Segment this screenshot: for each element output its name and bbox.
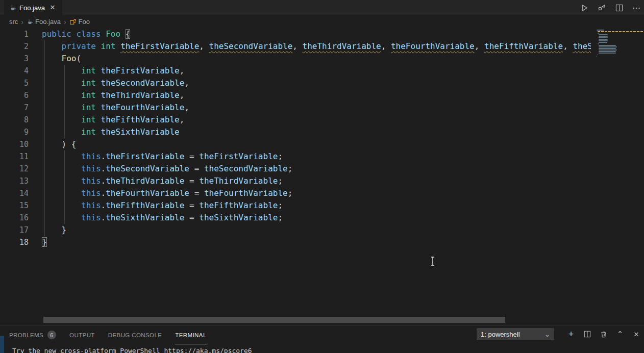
panel-tab-problems[interactable]: PROBLEMS 6 bbox=[9, 326, 56, 344]
code-token bbox=[96, 90, 101, 100]
code-token bbox=[96, 78, 101, 88]
code-token: Foo bbox=[106, 29, 120, 39]
indent-guide bbox=[44, 126, 45, 138]
window-edge-decoration bbox=[0, 336, 4, 353]
code-editor[interactable]: 123456789101112131415161718 public class… bbox=[0, 28, 644, 325]
minimap-line bbox=[598, 43, 599, 44]
code-token: , bbox=[563, 41, 573, 51]
code-line[interactable]: private int theFirstVariable, theSecondV… bbox=[42, 40, 591, 53]
code-token bbox=[42, 66, 81, 75]
code-line[interactable]: this.theFirstVariable = theFirstVariable… bbox=[42, 150, 283, 163]
indent-guide bbox=[44, 65, 45, 77]
indent-guide bbox=[64, 114, 65, 126]
code-token: theFourthVariable bbox=[204, 188, 288, 198]
code-token: ; bbox=[278, 176, 283, 186]
code-token bbox=[42, 115, 81, 124]
line-number: 18 bbox=[2, 236, 29, 248]
tab-foo-java[interactable]: Foo.java ✕ bbox=[4, 0, 62, 15]
terminal-shell-dropdown[interactable]: 1: powershell ⌄ bbox=[477, 328, 554, 340]
code-token: , bbox=[184, 78, 189, 88]
code-token: theSecondVariable bbox=[209, 41, 293, 51]
code-token: , bbox=[292, 41, 302, 51]
kill-terminal-button[interactable] bbox=[597, 327, 610, 341]
close-panel-button[interactable]: ✕ bbox=[630, 327, 643, 341]
code-line[interactable]: int theFifthVariable, bbox=[42, 114, 184, 126]
code-token: theFourthVariable bbox=[106, 188, 189, 198]
split-terminal-icon bbox=[584, 331, 591, 338]
breadcrumb-item-foo-class[interactable]: Foo bbox=[69, 18, 90, 26]
code-token: theFifthVariable bbox=[199, 200, 278, 210]
split-editor-button[interactable] bbox=[612, 1, 626, 14]
line-number: 5 bbox=[2, 77, 29, 89]
indent-guide bbox=[44, 77, 45, 89]
tab-label: Foo.java bbox=[19, 4, 45, 12]
editor-tab-bar: Foo.java ✕ bbox=[0, 0, 644, 15]
code-line[interactable]: this.theSixthVariable = theSixthVariable… bbox=[42, 212, 283, 224]
indent-guide bbox=[64, 212, 65, 224]
indent-guide bbox=[64, 65, 65, 77]
code-line[interactable]: int theFourthVariable, bbox=[42, 102, 189, 114]
code-line[interactable]: int theThirdVariable, bbox=[42, 89, 184, 102]
code-line[interactable]: ) { bbox=[42, 138, 76, 150]
code-token: int bbox=[81, 115, 96, 124]
code-line[interactable]: this.theFourthVariable = theFourthVariab… bbox=[42, 187, 292, 199]
breadcrumb-item-foo-java[interactable]: Foo.java bbox=[27, 18, 61, 26]
code-token bbox=[96, 115, 101, 124]
indent-guide bbox=[64, 126, 65, 138]
code-token: , bbox=[381, 41, 391, 51]
code-token: theThirdVariable bbox=[101, 90, 180, 100]
code-content[interactable]: public class Foo { private int theFirstV… bbox=[42, 28, 591, 253]
code-line[interactable]: public class Foo { bbox=[42, 28, 130, 40]
maximize-panel-button[interactable]: ⌃ bbox=[613, 327, 627, 341]
code-token bbox=[42, 164, 81, 173]
breadcrumb-item-src[interactable]: src bbox=[9, 18, 18, 26]
line-number: 14 bbox=[2, 187, 29, 199]
debug-button[interactable] bbox=[595, 1, 608, 14]
code-token: } bbox=[42, 225, 66, 235]
indent-guide bbox=[44, 187, 45, 199]
code-token: { bbox=[126, 29, 131, 39]
code-token: = bbox=[189, 188, 204, 198]
tab-close-icon[interactable]: ✕ bbox=[48, 3, 57, 12]
minimap-line bbox=[597, 56, 597, 57]
code-token: theSixthVariable bbox=[106, 213, 184, 222]
code-line[interactable]: } bbox=[42, 236, 47, 248]
code-token: = bbox=[184, 200, 199, 210]
code-token: , bbox=[180, 66, 185, 75]
code-token: . bbox=[101, 176, 106, 186]
code-token: theSecondVariable bbox=[101, 78, 185, 88]
panel-tab-debug-console[interactable]: DEBUG CONSOLE bbox=[108, 326, 162, 344]
minimap-line bbox=[599, 48, 616, 49]
code-token: theSixthVariable bbox=[199, 213, 278, 222]
code-token: = bbox=[184, 213, 199, 222]
panel-tab-output[interactable]: OUTPUT bbox=[69, 326, 95, 344]
terminal-output-line: Try the new cross-platform PowerShell ht… bbox=[12, 347, 252, 353]
code-token bbox=[42, 127, 81, 137]
indent-guide bbox=[64, 89, 65, 102]
split-editor-icon bbox=[615, 4, 623, 12]
code-token: } bbox=[42, 237, 47, 247]
code-line[interactable]: this.theThirdVariable = theThirdVariable… bbox=[42, 175, 283, 187]
minimap-line bbox=[599, 45, 616, 46]
new-terminal-button[interactable]: + bbox=[564, 327, 578, 341]
line-number: 9 bbox=[2, 126, 29, 138]
minimap[interactable] bbox=[595, 28, 644, 62]
split-terminal-button[interactable] bbox=[581, 327, 594, 341]
code-token: theFifthVariable bbox=[101, 115, 180, 124]
panel-tab-terminal[interactable]: TERMINAL bbox=[175, 326, 206, 344]
run-button[interactable] bbox=[578, 1, 591, 14]
code-token: , bbox=[184, 103, 189, 112]
code-line[interactable]: int theSixthVariable bbox=[42, 126, 180, 138]
code-line[interactable]: Foo( bbox=[42, 53, 81, 65]
code-line[interactable]: int theSecondVariable, bbox=[42, 77, 189, 89]
code-token: int bbox=[81, 103, 96, 112]
code-line[interactable]: this.theSecondVariable = theSecondVariab… bbox=[42, 163, 292, 175]
code-token: theFirstVariable bbox=[120, 41, 199, 51]
code-line[interactable]: int theFirstVariable, bbox=[42, 65, 184, 77]
indent-guide bbox=[64, 175, 65, 187]
horizontal-scrollbar-thumb[interactable] bbox=[43, 317, 505, 323]
code-token: theFirstVariable bbox=[199, 152, 278, 161]
more-actions-button[interactable]: ⋯ bbox=[630, 1, 643, 14]
code-line[interactable]: this.theFifthVariable = theFifthVariable… bbox=[42, 199, 283, 212]
code-line[interactable]: } bbox=[42, 224, 66, 236]
